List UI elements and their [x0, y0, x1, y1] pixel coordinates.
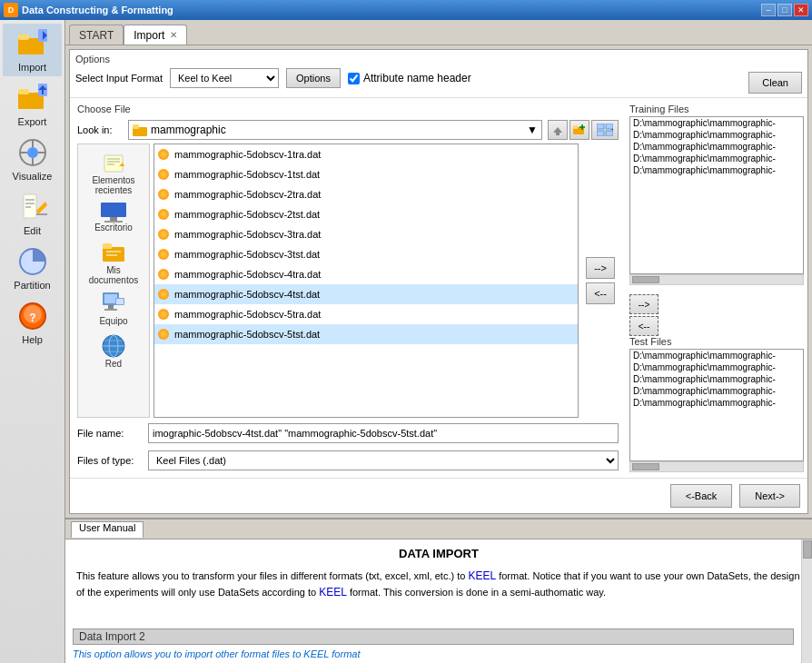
create-folder-button[interactable] — [569, 120, 589, 140]
manual-scrollbar-thumb[interactable] — [803, 540, 812, 559]
file-icon-8 — [158, 309, 169, 320]
options-button[interactable]: Options — [286, 68, 341, 88]
test-files-scrollbar-h[interactable] — [629, 461, 804, 472]
sidebar-label-export: Export — [18, 116, 47, 127]
file-name-9: mammographic-5dobscv-5tst.dat — [174, 329, 320, 340]
attribute-header-checkbox-row: Attribute name header — [348, 72, 471, 84]
add-to-test-button[interactable]: --> — [629, 294, 659, 314]
file-icon-2 — [158, 189, 169, 200]
sidebar-item-visualize[interactable]: Visualize — [3, 133, 62, 185]
next-button[interactable]: Next-> — [739, 484, 800, 508]
svg-rect-36 — [104, 155, 123, 172]
back-button[interactable]: <-Back — [670, 484, 733, 508]
file-item-0[interactable]: mammographic-5dobscv-1tra.dat — [154, 144, 578, 164]
user-manual-panel: User Manual DATA IMPORT This feature all… — [65, 518, 812, 663]
minimize-button[interactable]: – — [761, 4, 776, 16]
file-item-9[interactable]: mammographic-5dobscv-5tst.dat — [154, 324, 578, 344]
remove-from-test-button[interactable]: <-- — [629, 316, 659, 336]
shortcut-escritorio[interactable]: Escritorio — [82, 201, 145, 234]
user-manual-tab-button[interactable]: User Manual — [71, 521, 144, 538]
file-icon-0 — [158, 149, 169, 160]
red-icon — [101, 333, 126, 359]
file-item-2[interactable]: mammographic-5dobscv-2tra.dat — [154, 184, 578, 204]
file-list[interactable]: mammographic-5dobscv-1tra.dat mammograph… — [153, 143, 579, 418]
file-item-3[interactable]: mammographic-5dobscv-2tst.dat — [154, 204, 578, 224]
main-container: Import Export — [0, 20, 812, 663]
svg-rect-49 — [104, 294, 117, 303]
file-name-input[interactable] — [148, 423, 619, 443]
training-file-3: D:\mammographic\mammographic- — [630, 153, 803, 164]
file-type-select[interactable]: Keel Files (.dat) All Files (*.*) — [148, 450, 619, 470]
file-icon-1 — [158, 169, 169, 180]
tab-start[interactable]: START — [69, 25, 124, 45]
file-item-8[interactable]: mammographic-5dobscv-5tra.dat — [154, 304, 578, 324]
elementos-recientes-icon — [101, 150, 126, 175]
file-name-6: mammographic-5dobscv-4tra.dat — [174, 269, 321, 280]
training-files-title: Training Files — [629, 104, 804, 114]
file-name-7: mammographic-5dobscv-4tst.dat — [174, 289, 320, 300]
svg-rect-1 — [18, 35, 29, 40]
manual-bottom-text: This option allows you to import other f… — [73, 648, 361, 659]
look-in-row: Look in: mammographic ▼ — [77, 120, 619, 140]
attribute-header-label: Attribute name header — [363, 72, 471, 84]
sidebar-label-partition: Partition — [14, 280, 50, 291]
file-item-5[interactable]: mammographic-5dobscv-3tst.dat — [154, 244, 578, 264]
file-name-0: mammographic-5dobscv-1tra.dat — [174, 149, 321, 160]
maximize-button[interactable]: □ — [777, 4, 792, 16]
shortcut-label-red: Red — [105, 359, 122, 369]
tab-bar: START Import ✕ — [65, 20, 812, 45]
file-icon-7 — [158, 289, 169, 300]
manual-body: This feature allows you to transform you… — [76, 568, 801, 600]
clean-button[interactable]: Clean — [748, 72, 802, 94]
remove-from-training-button[interactable]: <-- — [586, 282, 615, 304]
navigate-up-button[interactable] — [548, 120, 568, 140]
file-icon-5 — [158, 249, 169, 260]
bottom-navigation: <-Back Next-> — [70, 478, 807, 513]
shortcut-red[interactable]: Red — [82, 332, 145, 371]
equipo-icon — [101, 292, 126, 316]
test-files-section: --> <-- Test Files D:\mammographic\mammo… — [629, 291, 804, 472]
shortcut-label-equipo: Equipo — [99, 316, 127, 326]
choose-file-title: Choose File — [77, 104, 619, 114]
sidebar-item-partition[interactable]: Partition — [3, 242, 62, 294]
file-item-4[interactable]: mammographic-5dobscv-3tra.dat — [154, 224, 578, 244]
shortcut-label-elementos: Elementos recientes — [84, 175, 144, 195]
file-name-3: mammographic-5dobscv-2tst.dat — [174, 209, 320, 220]
shortcut-elementos-recientes[interactable]: Elementos recientes — [82, 148, 145, 197]
view-options-button[interactable] — [591, 120, 619, 140]
shortcut-equipo[interactable]: Equipo — [82, 291, 145, 328]
tab-import-close[interactable]: ✕ — [170, 30, 177, 40]
app-icon: D — [4, 3, 18, 17]
user-manual-tab-bar: User Manual — [65, 520, 812, 539]
manual-scrollbar[interactable] — [801, 539, 812, 663]
test-files-list[interactable]: D:\mammographic\mammographic- D:\mammogr… — [629, 349, 804, 461]
look-in-select[interactable]: mammographic ▼ — [128, 120, 542, 140]
file-item-6[interactable]: mammographic-5dobscv-4tra.dat — [154, 264, 578, 284]
close-button[interactable]: ✕ — [794, 4, 808, 16]
add-to-training-button[interactable]: --> — [586, 257, 615, 279]
attribute-header-checkbox[interactable] — [348, 73, 360, 84]
sidebar-item-edit[interactable]: Edit — [3, 187, 62, 240]
shortcut-mis-documentos[interactable]: Mis documentos — [82, 238, 145, 287]
file-list-area: Elementos recientes Escritorio — [77, 143, 619, 418]
window-title: Data Constructing & Formatting — [22, 5, 758, 15]
file-item-1[interactable]: mammographic-5dobscv-1tst.dat — [154, 164, 578, 184]
user-manual-content: DATA IMPORT This feature allows you to t… — [65, 539, 812, 663]
tab-import[interactable]: Import ✕ — [124, 25, 187, 45]
training-files-scrollbar-thumb[interactable] — [632, 276, 659, 283]
svg-rect-5 — [18, 89, 29, 94]
test-files-scrollbar-thumb[interactable] — [632, 463, 659, 470]
svg-rect-46 — [106, 251, 121, 252]
file-icon-9 — [158, 329, 169, 340]
training-files-list[interactable]: D:\mammographic\mammographic- D:\mammogr… — [629, 116, 804, 274]
file-item-7[interactable]: mammographic-5dobscv-4tst.dat — [154, 284, 578, 304]
format-select[interactable]: Keel to Keel — [170, 68, 279, 88]
file-name-2: mammographic-5dobscv-2tra.dat — [174, 189, 321, 200]
sidebar-item-export[interactable]: Export — [3, 78, 62, 131]
data-import-bar-label: Data Import 2 — [79, 630, 145, 643]
shortcut-label-mis-docs: Mis documentos — [84, 265, 144, 285]
sidebar-item-help[interactable]: ? Help — [3, 296, 62, 349]
sidebar-item-import[interactable]: Import — [3, 24, 62, 76]
training-files-scrollbar-h[interactable] — [629, 274, 804, 285]
svg-rect-26 — [556, 132, 559, 135]
